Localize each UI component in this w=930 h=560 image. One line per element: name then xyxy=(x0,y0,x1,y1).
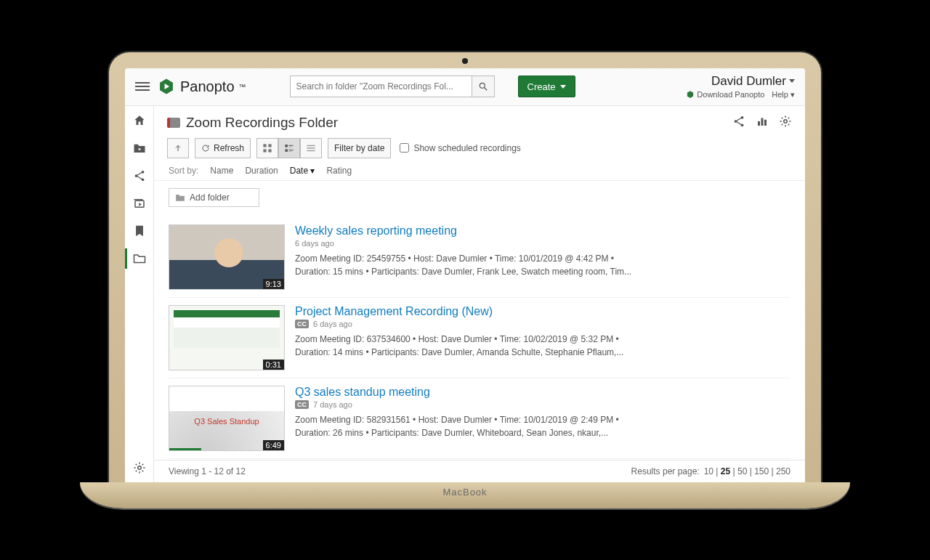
sidebar-shared[interactable] xyxy=(132,169,147,183)
recording-title-link[interactable]: Project Management Recording (New) xyxy=(295,305,790,318)
rpp-option[interactable]: 10 xyxy=(704,466,713,476)
svg-rect-10 xyxy=(758,121,760,126)
show-scheduled-checkbox[interactable] xyxy=(400,143,409,153)
svg-rect-11 xyxy=(761,118,764,126)
brand-logo[interactable]: Panopto™ xyxy=(157,77,246,96)
recording-item: 0:31Project Management Recording (New)CC… xyxy=(169,298,790,378)
help-link[interactable]: Help ▾ xyxy=(772,90,795,100)
sidebar-browse[interactable] xyxy=(132,251,147,266)
rpp-option[interactable]: 25 xyxy=(721,466,730,476)
video-stack-icon xyxy=(133,197,146,210)
user-area: David Dumler Download Panopto Help ▾ xyxy=(686,74,795,100)
rpp-option[interactable]: 50 xyxy=(737,466,747,476)
folder-header: Zoom Recordings Folder xyxy=(154,106,805,135)
toolbar: Refresh Filter by date Show scheduled re… xyxy=(154,135,805,161)
svg-line-1 xyxy=(484,88,487,91)
sidebar-myfolder[interactable] xyxy=(132,141,147,155)
view-grid-button[interactable] xyxy=(256,138,278,158)
recording-thumbnail[interactable]: 0:31 xyxy=(169,305,285,370)
folder-title: Zoom Recordings Folder xyxy=(186,115,338,131)
svg-rect-22 xyxy=(288,150,293,150)
svg-rect-18 xyxy=(285,145,288,147)
svg-rect-23 xyxy=(288,151,291,152)
rpp-option[interactable]: 150 xyxy=(754,466,769,476)
sidebar-home[interactable] xyxy=(132,113,147,128)
sidebar-everything[interactable] xyxy=(132,196,147,211)
sort-bar: Sort by: Name Duration Date ▾ Rating xyxy=(154,161,805,181)
view-mode-group xyxy=(256,138,322,158)
share-icon xyxy=(732,115,745,128)
gear-icon xyxy=(133,461,146,474)
filter-date-button[interactable]: Filter by date xyxy=(328,138,391,158)
list-footer: Viewing 1 - 12 of 12 Results per page: 1… xyxy=(154,460,805,482)
laptop-camera xyxy=(462,58,468,64)
recording-age: CC6 days ago xyxy=(295,320,790,328)
menu-toggle-button[interactable] xyxy=(135,80,150,93)
up-folder-button[interactable] xyxy=(167,138,189,158)
recording-thumbnail[interactable]: Q3 Sales Standup6:49 xyxy=(169,386,285,451)
download-panopto-link[interactable]: Download Panopto xyxy=(686,90,764,99)
create-button[interactable]: Create xyxy=(518,76,575,97)
svg-rect-19 xyxy=(288,145,293,145)
recording-thumbnail[interactable]: 9:13 xyxy=(169,224,285,290)
search-group xyxy=(290,76,495,97)
duration-badge: 6:49 xyxy=(263,440,284,450)
progress-bar xyxy=(169,448,201,450)
sort-date[interactable]: Date ▾ xyxy=(290,166,315,176)
search-input[interactable] xyxy=(290,76,472,97)
svg-rect-17 xyxy=(268,149,271,152)
brand-name: Panopto xyxy=(180,78,235,95)
sidebar-bookmarks[interactable] xyxy=(132,224,147,238)
list-thumb-icon xyxy=(284,143,294,153)
svg-point-6 xyxy=(137,466,141,469)
main-panel: Zoom Recordings Folder Refresh xyxy=(154,106,805,482)
recording-age: CC7 days ago xyxy=(295,400,790,409)
sort-name[interactable]: Name xyxy=(210,166,233,176)
share-folder-button[interactable] xyxy=(732,115,745,130)
panopto-logo-icon xyxy=(157,77,176,96)
sidebar-settings[interactable] xyxy=(132,460,147,475)
svg-rect-15 xyxy=(268,144,271,147)
caret-down-icon xyxy=(560,85,566,89)
rpp-option[interactable]: 250 xyxy=(776,466,790,476)
recording-title-link[interactable]: Weekly sales reporting meeting xyxy=(295,224,790,238)
show-scheduled-toggle[interactable]: Show scheduled recordings xyxy=(400,143,520,153)
svg-point-13 xyxy=(784,120,788,123)
recording-meta-line: Duration: 26 mins • Participants: Dave D… xyxy=(295,426,790,439)
sort-rating[interactable]: Rating xyxy=(326,166,352,176)
gear-icon xyxy=(779,115,792,128)
refresh-icon xyxy=(201,144,210,153)
recording-meta-line: Duration: 15 mins • Participants: Dave D… xyxy=(295,265,790,278)
recording-item: 9:13Weekly sales reporting meeting6 days… xyxy=(169,217,790,298)
user-menu[interactable]: David Dumler xyxy=(686,74,795,89)
rpp-label: Results per page: xyxy=(631,466,700,476)
view-list-button[interactable] xyxy=(300,138,322,158)
recording-age: 6 days ago xyxy=(295,239,790,248)
recording-title-link[interactable]: Q3 sales standup meeting xyxy=(295,386,790,399)
laptop-base xyxy=(80,482,850,508)
svg-point-0 xyxy=(480,83,485,88)
recording-item: Q3 Sales Standup6:49Q3 sales standup mee… xyxy=(169,378,790,459)
svg-rect-16 xyxy=(263,149,266,152)
list-icon xyxy=(306,143,316,153)
recordings-list: 9:13Weekly sales reporting meeting6 days… xyxy=(154,214,805,460)
search-icon xyxy=(478,81,488,92)
sort-label: Sort by: xyxy=(169,166,198,176)
search-button[interactable] xyxy=(472,76,495,97)
svg-rect-25 xyxy=(307,147,315,148)
sort-duration[interactable]: Duration xyxy=(245,166,278,176)
folder-open-icon xyxy=(133,253,146,264)
view-list-thumb-button[interactable] xyxy=(278,138,300,158)
svg-rect-14 xyxy=(263,144,266,147)
folder-settings-button[interactable] xyxy=(779,115,792,130)
grid-icon xyxy=(262,143,272,153)
duration-badge: 0:31 xyxy=(263,360,284,370)
recording-meta-line: Zoom Meeting ID: 637534600 • Host: Dave … xyxy=(295,333,790,346)
share-icon xyxy=(133,169,146,182)
svg-rect-12 xyxy=(764,120,767,126)
refresh-button[interactable]: Refresh xyxy=(195,138,251,158)
add-folder-button[interactable]: Add folder xyxy=(169,188,259,207)
left-sidebar xyxy=(125,106,154,482)
folder-stats-button[interactable] xyxy=(756,115,769,130)
svg-rect-24 xyxy=(307,145,315,145)
